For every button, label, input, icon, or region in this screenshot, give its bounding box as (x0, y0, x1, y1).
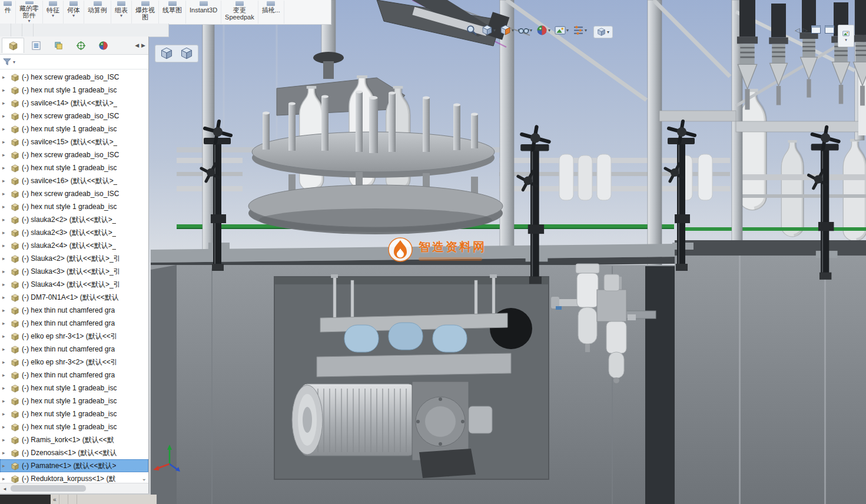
tree-item[interactable]: ▸ (-) Slauka<4> (默认<<默认>_引 (0, 278, 148, 291)
displaymanager-icon[interactable] (92, 38, 114, 53)
expand-arrow-icon[interactable]: ▸ (2, 268, 9, 274)
tree-item[interactable]: ▸ (-) Pamatne<1> (默认<<默认> (0, 459, 148, 472)
ribbon-button[interactable]: 件 (0, 1, 16, 24)
expand-arrow-icon[interactable]: ▸ (2, 346, 9, 352)
ribbon-button[interactable]: 细表 ▾ (111, 1, 132, 24)
expand-arrow-icon[interactable]: ▸ (2, 463, 9, 469)
tree-item[interactable]: ▸ (-) slauka2<3> (默认<<默认>_ (0, 226, 148, 239)
propertymanager-icon[interactable] (25, 38, 47, 53)
tree-item[interactable]: ▸ (-) Reduktora_korpuss<1> (默 (0, 472, 148, 483)
hidden-components-cube-icon[interactable] (180, 47, 193, 60)
expand-arrow-icon[interactable]: ▸ (2, 281, 9, 287)
display-pane-button[interactable]: ▾ (593, 26, 613, 38)
expand-arrow-icon[interactable]: ▸ (2, 74, 9, 80)
panel-tabs-next-icon[interactable]: ▶ (141, 42, 145, 48)
dropdown-caret-icon[interactable]: ▾ (566, 28, 569, 33)
panel-tabs-prev-icon[interactable]: ◀ (135, 42, 139, 48)
dropdown-caret-icon[interactable]: ▾ (493, 28, 496, 33)
expand-arrow-icon[interactable]: ▸ (2, 191, 9, 197)
expand-arrow-icon[interactable]: ▸ (2, 320, 9, 326)
tree-item[interactable]: ▸ (-) hex nut style 1 gradeab_isc (0, 200, 148, 213)
scene-selector-button[interactable]: ▾ (838, 25, 854, 47)
collapse-tabs-icon[interactable]: « (51, 496, 59, 503)
expand-arrow-icon[interactable]: ▸ (2, 476, 9, 482)
expand-arrow-icon[interactable]: ▸ (2, 113, 9, 119)
expand-arrow-icon[interactable]: ▸ (2, 165, 9, 171)
ribbon-button[interactable]: 藏的零 部件 ▾ (16, 1, 43, 24)
dropdown-caret-icon[interactable]: ▾ (13, 59, 15, 65)
tree-item[interactable]: ▸ (-) savilce<15> (默认<<默认>_ (0, 135, 148, 148)
dropdown-caret-icon[interactable]: ▾ (52, 14, 54, 18)
filter-funnel-icon[interactable] (3, 58, 11, 66)
featuremanager-tree-icon[interactable] (2, 38, 24, 53)
expand-arrow-icon[interactable]: ▸ (2, 333, 9, 339)
tree-item[interactable]: ▸ (-) hex screw gradeab_iso_ISC (0, 71, 148, 84)
scroll-left-icon[interactable]: ◂ (0, 486, 9, 492)
view-settings-icon[interactable]: ▾ (573, 25, 587, 36)
view-orientation-cube-icon[interactable]: ▾ (482, 25, 496, 36)
model-view-tab[interactable] (68, 495, 77, 504)
tree-item[interactable]: ▸ (-) elko ep shr-3<1> (默认<<引 (0, 330, 148, 343)
expand-arrow-icon[interactable]: ▸ (2, 126, 9, 132)
tree-item[interactable]: ▸ (-) hex thin nut chamfered gra (0, 317, 148, 330)
expand-arrow-icon[interactable]: ▸ (2, 437, 9, 443)
tree-item[interactable]: ▸ (-) Ramis_kork<1> (默认<<默 (0, 433, 148, 446)
expand-arrow-icon[interactable]: ▸ (2, 307, 9, 313)
tree-item[interactable]: ▸ (-) hex nut style 1 gradeab_isc (0, 84, 148, 97)
expand-arrow-icon[interactable]: ▸ (2, 152, 9, 158)
model-view-tab[interactable] (59, 495, 68, 504)
section-view-icon[interactable]: ▾ (500, 25, 514, 36)
expand-arrow-icon[interactable]: ▸ (2, 450, 9, 456)
expand-arrow-icon[interactable]: ▸ (2, 256, 9, 261)
tree-item[interactable]: ▸ (-) savilce<16> (默认<<默认>_ (0, 174, 148, 187)
tree-item[interactable]: ▸ (-) hex thin nut chamfered gra (0, 343, 148, 356)
tree-item[interactable]: ▸ (-) hex nut style 1 gradeab_isc (0, 407, 148, 420)
display-state-cube-icon[interactable] (160, 47, 173, 60)
expand-arrow-icon[interactable]: ▸ (2, 424, 9, 430)
tree-item[interactable]: ▸ (-) Dzenosais<1> (默认<<默认 (0, 446, 148, 459)
ribbon-button[interactable]: 动算例 (84, 1, 111, 24)
tree-item[interactable]: ▸ (-) slauka2<4> (默认<<默认>_ (0, 239, 148, 252)
expand-arrow-icon[interactable]: ▸ (2, 139, 9, 145)
scrollbar-thumb[interactable] (11, 485, 86, 492)
expand-arrow-icon[interactable]: ▸ (2, 372, 9, 378)
tree-item[interactable]: ▸ (-) savilce<14> (默认<<默认>_ (0, 97, 148, 110)
expand-arrow-icon[interactable]: ▸ (2, 359, 9, 365)
expand-arrow-icon[interactable]: ▸ (2, 385, 9, 391)
configurationmanager-icon[interactable] (48, 38, 69, 53)
tree-item[interactable]: ▸ (-) hex thin nut chamfered gra (0, 304, 148, 317)
dropdown-caret-icon[interactable]: ▾ (120, 14, 122, 18)
tree-item[interactable]: ▸ (-) elko ep shr-3<2> (默认<<引 (0, 356, 148, 369)
ribbon-tab[interactable] (22, 24, 34, 37)
ribbon-button[interactable]: Instant3D (186, 1, 221, 24)
expand-arrow-icon[interactable]: ▸ (2, 294, 9, 300)
previous-window-icon[interactable]: ◁ (795, 25, 799, 34)
tree-item[interactable]: ▸ (-) hex nut style 1 gradeab_isc (0, 161, 148, 174)
dropdown-caret-icon[interactable]: ▾ (512, 28, 514, 33)
edit-appearance-sphere-icon[interactable]: ▾ (536, 25, 550, 36)
expand-arrow-icon[interactable]: ▸ (2, 178, 9, 184)
tree-scroll-down-icon[interactable]: ⌄ (142, 475, 147, 482)
tree-item[interactable]: ▸ (-) Slauka<3> (默认<<默认>_引 (0, 265, 148, 278)
ribbon-button[interactable]: 变更 Speedpak (221, 1, 258, 24)
tree-item[interactable]: ▸ (-) hex screw gradeab_iso_ISC (0, 110, 148, 122)
hide-show-items-glasses-icon[interactable]: ▾ (518, 25, 532, 36)
expand-arrow-icon[interactable]: ▸ (2, 230, 9, 236)
ribbon-button[interactable]: 插杹... (258, 1, 284, 24)
ribbon-tab[interactable] (0, 24, 11, 37)
expand-arrow-icon[interactable]: ▸ (2, 398, 9, 404)
dropdown-caret-icon[interactable]: ▾ (530, 28, 532, 33)
model-view-tab[interactable] (77, 495, 85, 504)
dropdown-caret-icon[interactable]: ▾ (585, 28, 587, 33)
expand-arrow-icon[interactable]: ▸ (2, 204, 9, 210)
ribbon-button[interactable]: 特征 ▾ (43, 1, 64, 24)
dimxpertmanager-icon[interactable] (70, 38, 91, 53)
apply-scene-icon[interactable]: ▾ (555, 25, 569, 36)
ribbon-button[interactable]: 何体 ▾ (64, 1, 84, 24)
expand-arrow-icon[interactable]: ▸ (2, 87, 9, 93)
ribbon-tab[interactable] (11, 24, 22, 37)
ribbon-button[interactable]: 爆炸视 图 (132, 1, 159, 24)
tree-item[interactable]: ▸ (-) Slauka<2> (默认<<默认>_引 (0, 252, 148, 265)
expand-arrow-icon[interactable]: ▸ (2, 411, 9, 417)
dropdown-caret-icon[interactable]: ▾ (548, 28, 550, 33)
